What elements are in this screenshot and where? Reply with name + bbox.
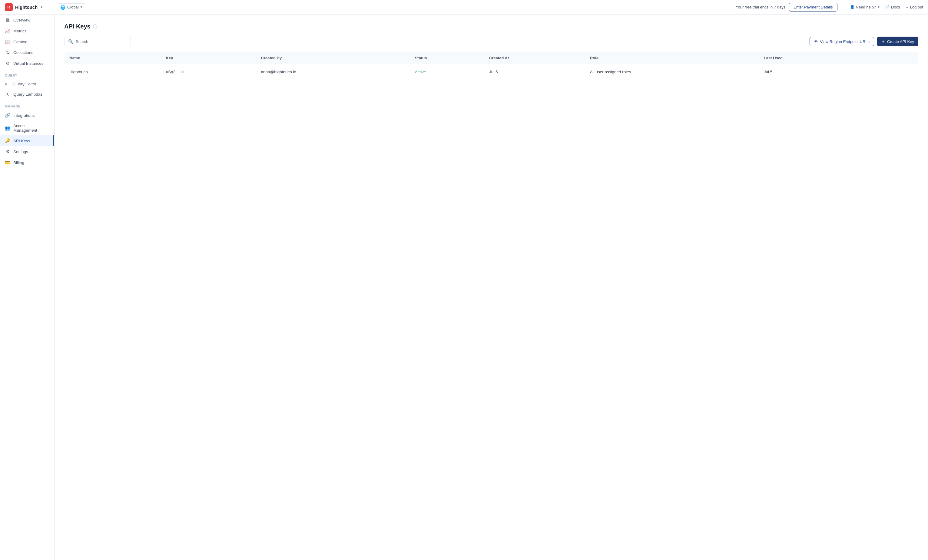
sidebar-item-integrations[interactable]: 🔗 Integrations	[0, 110, 54, 121]
key-value: uSq3...	[166, 70, 179, 74]
app-logo[interactable]: R Hightouch ▼	[5, 3, 53, 11]
query-section-label: Query	[0, 69, 54, 79]
sidebar-item-access-management[interactable]: 👥 Access Management	[0, 121, 54, 135]
sidebar-item-api-keys[interactable]: 🔑 API Keys	[0, 135, 54, 146]
help-dropdown-icon: ▼	[877, 5, 880, 9]
cell-last-used: Jul 5	[759, 64, 856, 80]
app-name: Hightouch	[15, 5, 38, 10]
copy-icon[interactable]: ⧉	[181, 70, 184, 75]
page-title-row: API Keys ⓘ	[64, 23, 918, 30]
sidebar-item-label: Query Editor	[13, 82, 37, 86]
query-lambdas-icon: λ	[5, 92, 10, 97]
cell-status: Active	[410, 64, 484, 80]
metrics-icon: 📈	[5, 28, 10, 33]
sidebar-item-metrics[interactable]: 📈 Metrics	[0, 26, 54, 37]
col-created-at: Created At	[484, 52, 585, 64]
sidebar-item-label: Settings	[13, 149, 28, 154]
eye-icon: 👁	[814, 40, 818, 44]
sidebar-item-label: Access Management	[13, 123, 49, 132]
catalog-icon: 📖	[5, 39, 10, 44]
row-more-button[interactable]: ···	[861, 68, 870, 76]
cell-created-at: Jul 5	[484, 64, 585, 80]
table-header: Name Key Created By Status Created At Ro…	[64, 52, 918, 64]
logo-box: R	[5, 3, 13, 11]
sidebar-item-label: Query Lambdas	[13, 92, 43, 97]
toolbar: 🔍 👁 View Region Endpoint URLs ＋ Create A…	[64, 37, 918, 46]
sidebar-item-virtual-instances[interactable]: ⚙ Virtual Instances	[0, 58, 54, 69]
sidebar-item-label: Catalog	[13, 40, 27, 44]
topbar: R Hightouch ▼ 🌐 Global ▼ Your free trial…	[0, 0, 928, 15]
sidebar-item-settings[interactable]: ⚙ Settings	[0, 146, 54, 157]
sidebar-item-label: Virtual Instances	[13, 61, 44, 66]
overview-icon: ▦	[5, 17, 10, 23]
workspace-label: Global	[67, 5, 79, 9]
toolbar-right: 👁 View Region Endpoint URLs ＋ Create API…	[810, 37, 918, 46]
sidebar-item-billing[interactable]: 💳 Billing	[0, 157, 54, 168]
sidebar-item-query-lambdas[interactable]: λ Query Lambdas	[0, 89, 54, 100]
trial-text: Your free trial ends in 7 days	[736, 5, 785, 9]
col-role: Role	[585, 52, 759, 64]
app-dropdown-icon[interactable]: ▼	[40, 5, 43, 9]
sidebar-item-overview[interactable]: ▦ Overview	[0, 15, 54, 26]
sidebar-item-label: Collections	[13, 50, 33, 55]
query-editor-icon: ≥_	[5, 82, 10, 86]
sidebar: ▦ Overview 📈 Metrics 📖 Catalog 🗂 Collect…	[0, 15, 55, 560]
table-body: Hightouch uSq3... ⧉ anna@hightouch.io Ac…	[64, 64, 918, 80]
sidebar-item-label: Overview	[13, 18, 30, 23]
cell-actions: ···	[856, 64, 918, 80]
col-created-by: Created By	[256, 52, 410, 64]
api-keys-table: Name Key Created By Status Created At Ro…	[64, 52, 918, 80]
enter-payment-button[interactable]: Enter Payment Details	[789, 3, 837, 12]
info-icon[interactable]: ⓘ	[93, 24, 97, 29]
create-api-key-button[interactable]: ＋ Create API Key	[877, 37, 918, 46]
cell-name: Hightouch	[64, 64, 161, 80]
docs-icon: 📄	[885, 5, 890, 9]
billing-icon: 💳	[5, 160, 10, 165]
sidebar-item-label: Billing	[13, 160, 24, 165]
layout: ▦ Overview 📈 Metrics 📖 Catalog 🗂 Collect…	[0, 15, 928, 560]
main-content: API Keys ⓘ 🔍 👁 View Region Endpoint URLs…	[55, 15, 928, 560]
col-status: Status	[410, 52, 484, 64]
sidebar-item-collections[interactable]: 🗂 Collections	[0, 47, 54, 58]
table-row: Hightouch uSq3... ⧉ anna@hightouch.io Ac…	[64, 64, 918, 80]
workspace-dropdown-icon: ▼	[80, 5, 83, 9]
page-title: API Keys	[64, 23, 90, 30]
topbar-right: 👤 Need help? ▼ 📄 Docs → Log out	[850, 5, 923, 9]
help-icon: 👤	[850, 5, 855, 9]
sidebar-item-label: Metrics	[13, 29, 27, 33]
workspace-selector[interactable]: 🌐 Global ▼	[57, 3, 86, 11]
virtual-instances-icon: ⚙	[5, 61, 10, 66]
cell-role: All user assigned roles	[585, 64, 759, 80]
sidebar-item-label: Integrations	[13, 113, 35, 118]
col-key: Key	[161, 52, 256, 64]
collections-icon: 🗂	[5, 50, 10, 55]
manage-section-label: Manage	[0, 100, 54, 110]
sidebar-item-catalog[interactable]: 📖 Catalog	[0, 37, 54, 47]
sidebar-item-label: API Keys	[13, 138, 30, 143]
logout-button[interactable]: → Log out	[905, 5, 923, 9]
sidebar-item-query-editor[interactable]: ≥_ Query Editor	[0, 79, 54, 89]
need-help-button[interactable]: 👤 Need help? ▼	[850, 5, 880, 9]
globe-icon: 🌐	[60, 5, 66, 10]
settings-icon: ⚙	[5, 149, 10, 154]
access-management-icon: 👥	[5, 125, 10, 131]
divider	[841, 4, 841, 10]
plus-icon: ＋	[881, 39, 885, 44]
search-input[interactable]	[76, 40, 127, 44]
api-keys-icon: 🔑	[5, 138, 10, 143]
col-name: Name	[64, 52, 161, 64]
search-icon: 🔍	[68, 39, 73, 44]
view-region-button[interactable]: 👁 View Region Endpoint URLs	[810, 37, 874, 46]
cell-key: uSq3... ⧉	[161, 64, 256, 80]
search-box[interactable]: 🔍	[64, 37, 131, 46]
status-badge: Active	[415, 70, 426, 74]
integrations-icon: 🔗	[5, 113, 10, 118]
col-actions	[856, 52, 918, 64]
docs-button[interactable]: 📄 Docs	[885, 5, 900, 9]
logout-icon: →	[905, 5, 909, 9]
col-last-used: Last Used	[759, 52, 856, 64]
cell-created-by: anna@hightouch.io	[256, 64, 410, 80]
